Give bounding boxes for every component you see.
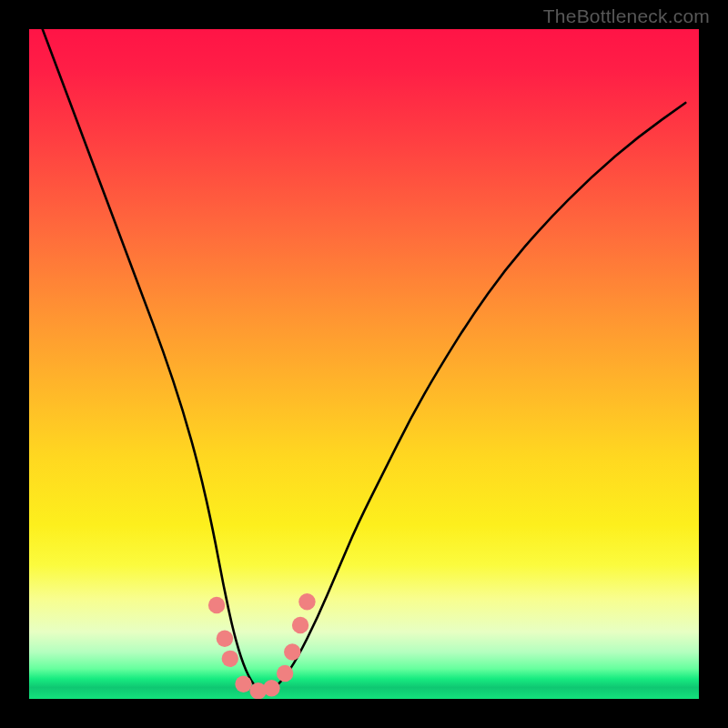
marker-dot [208,597,225,613]
chart-frame: TheBottleneck.com [0,0,728,728]
marker-dot [217,631,233,647]
marker-dot [235,676,251,693]
marker-dot [284,643,300,660]
curve-markers [208,593,316,699]
marker-dot [263,680,279,696]
plot-area [29,29,699,699]
plot-svg [29,29,699,699]
marker-dot [292,617,308,633]
watermark-text: TheBottleneck.com [543,5,710,27]
curve-line [43,29,686,691]
marker-dot [277,665,293,682]
curve-path [43,29,686,691]
marker-dot [298,593,315,610]
marker-dot [222,651,238,667]
